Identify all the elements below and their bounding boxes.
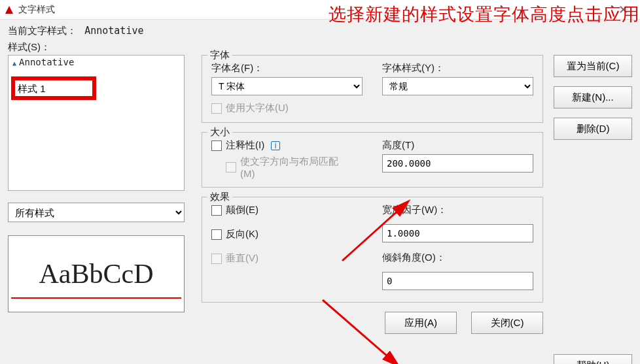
font-group: 字体 字体名(F)： T 宋体 字体样式(Y)： 常规: [202, 55, 543, 123]
annotative-checkbox[interactable]: [211, 141, 222, 151]
font-style-label: 字体样式(Y)：: [382, 62, 533, 74]
height-label: 高度(T): [382, 139, 533, 152]
match-layout-row: 使文字方向与布局匹配(M): [226, 156, 363, 179]
preview-text: AaBbCcD: [39, 258, 154, 290]
effects-group-legend: 效果: [207, 191, 232, 203]
match-layout-label: 使文字方向与布局匹配(M): [240, 156, 345, 179]
style-filter-select[interactable]: 所有样式: [8, 203, 185, 222]
delete-button[interactable]: 删除(D): [554, 118, 632, 140]
upside-down-checkbox[interactable]: [211, 205, 222, 216]
new-button[interactable]: 新建(N)...: [554, 86, 632, 108]
window-title: 文字样式: [18, 4, 55, 16]
size-group-legend: 大小: [207, 126, 232, 139]
help-button[interactable]: 帮助(H): [554, 354, 632, 364]
use-bigfont-row: 使用大字体(U): [211, 102, 533, 114]
current-style-value: Annotative: [84, 25, 143, 37]
app-icon: [4, 5, 14, 15]
font-name-label: 字体名(F)：: [211, 62, 363, 74]
size-group: 大小 注释性(I) i 使文字方向与布局匹配(M): [202, 132, 543, 188]
width-factor-label: 宽度因子(W)：: [382, 204, 533, 216]
vertical-label: 垂直(V): [226, 252, 258, 265]
effects-group: 效果 颠倒(E) 反向(K) 垂直(V): [202, 197, 543, 303]
font-name-select[interactable]: T 宋体: [211, 77, 363, 95]
use-bigfont-checkbox: [211, 103, 222, 114]
styles-label: 样式(S)：: [8, 41, 632, 54]
font-style-select[interactable]: 常规: [382, 77, 533, 95]
annotative-row[interactable]: 注释性(I) i: [211, 139, 363, 152]
upside-down-label: 颠倒(E): [226, 204, 258, 216]
annotative-label: 注释性(I): [226, 139, 264, 152]
close-window-button[interactable]: ✕: [610, 1, 636, 19]
info-icon[interactable]: i: [271, 141, 280, 150]
use-bigfont-label: 使用大字体(U): [226, 102, 289, 114]
match-layout-checkbox: [226, 162, 236, 173]
close-button[interactable]: 关闭(C): [471, 312, 543, 334]
oblique-input[interactable]: [382, 272, 533, 290]
width-factor-input[interactable]: [382, 224, 533, 242]
apply-button[interactable]: 应用(A): [385, 312, 457, 334]
font-group-legend: 字体: [207, 49, 232, 61]
styles-listbox[interactable]: Annotative 样式 1: [8, 55, 185, 191]
height-input[interactable]: [382, 154, 533, 173]
vertical-row: 垂直(V): [211, 252, 363, 265]
current-style-label: 当前文字样式：: [8, 25, 77, 36]
backwards-label: 反向(K): [226, 228, 258, 240]
upside-down-row[interactable]: 颠倒(E): [211, 204, 363, 216]
style-item-selected[interactable]: 样式 1: [9, 80, 52, 98]
current-style-row: 当前文字样式： Annotative: [8, 25, 632, 37]
svg-marker-0: [5, 6, 13, 14]
backwards-checkbox[interactable]: [211, 229, 222, 240]
backwards-row[interactable]: 反向(K): [211, 228, 363, 240]
vertical-checkbox: [211, 254, 222, 264]
titlebar: 文字样式 ✕: [0, 0, 640, 20]
preview-baseline: [11, 297, 181, 299]
preview-box: AaBbCcD: [8, 235, 185, 312]
set-current-button[interactable]: 置为当前(C): [554, 55, 632, 77]
oblique-label: 倾斜角度(O)：: [382, 252, 533, 264]
style-item[interactable]: Annotative: [9, 56, 184, 69]
